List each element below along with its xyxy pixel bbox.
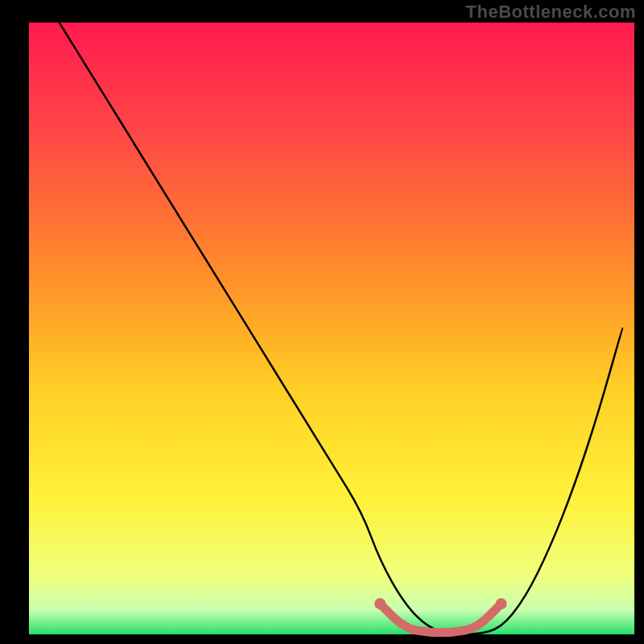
bottleneck-chart: [0, 0, 644, 644]
chart-stage: TheBottleneck.com: [0, 0, 644, 644]
highlight-end-marker: [496, 598, 507, 609]
watermark-text: TheBottleneck.com: [466, 2, 636, 23]
plot-background: [29, 23, 634, 634]
highlight-start-marker: [374, 598, 386, 609]
